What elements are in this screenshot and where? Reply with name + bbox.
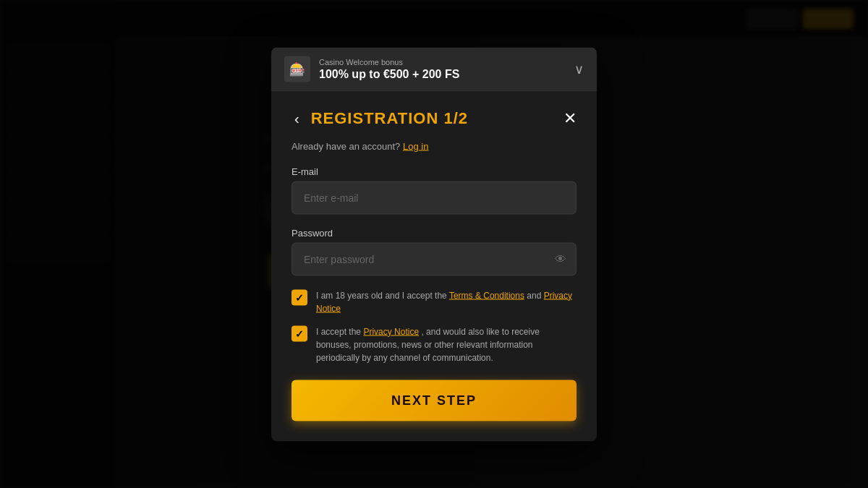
toggle-password-icon[interactable]: 👁 bbox=[555, 252, 566, 265]
terms-conditions-link[interactable]: Terms & Conditions bbox=[449, 290, 524, 300]
checkbox-terms-text: I am 18 years old and I accept the Terms… bbox=[316, 288, 576, 314]
terms-and: and bbox=[527, 290, 541, 300]
close-button[interactable]: ✕ bbox=[563, 110, 576, 126]
bonus-chevron-icon[interactable]: ∨ bbox=[574, 61, 584, 77]
account-text-row: Already have an account? Log in bbox=[292, 140, 576, 151]
terms-text-plain: I am 18 years old and I accept the bbox=[316, 290, 447, 300]
bonus-info: Casino Welcome bonus 100% up to €500 + 2… bbox=[319, 57, 459, 80]
title-text: REGISTRATION bbox=[311, 108, 444, 127]
checkbox-privacy-row: ✓ I accept the Privacy Notice , and woul… bbox=[292, 325, 576, 364]
email-label: E-mail bbox=[292, 166, 576, 176]
checkmark-icon-2: ✓ bbox=[295, 328, 304, 339]
title-sep: / bbox=[454, 108, 459, 127]
login-link[interactable]: Log in bbox=[403, 140, 428, 151]
password-input[interactable] bbox=[292, 242, 576, 275]
bonus-icon: 🎰 bbox=[284, 56, 310, 82]
title-total: 2 bbox=[459, 108, 468, 127]
checkbox-privacy-text: I accept the Privacy Notice , and would … bbox=[316, 325, 576, 364]
title-step: 1 bbox=[443, 108, 453, 127]
bonus-bar[interactable]: 🎰 Casino Welcome bonus 100% up to €500 +… bbox=[271, 47, 597, 91]
checkbox-terms-row: ✓ I am 18 years old and I accept the Ter… bbox=[292, 288, 576, 314]
bonus-large-text: 100% up to €500 + 200 FS bbox=[319, 67, 459, 80]
checkmark-icon: ✓ bbox=[295, 291, 304, 303]
privacy-text-plain: I accept the bbox=[316, 326, 361, 336]
back-button[interactable]: ‹ bbox=[292, 111, 302, 125]
bonus-bar-left: 🎰 Casino Welcome bonus 100% up to €500 +… bbox=[284, 56, 459, 82]
checkbox-terms[interactable]: ✓ bbox=[292, 289, 307, 305]
modal-body: ‹ REGISTRATION 1/2 ✕ Already have an acc… bbox=[271, 91, 597, 441]
modal-header: ‹ REGISTRATION 1/2 ✕ bbox=[292, 108, 576, 127]
bonus-small-text: Casino Welcome bonus bbox=[319, 57, 459, 66]
privacy-notice-link-2[interactable]: Privacy Notice bbox=[363, 326, 419, 336]
email-input-wrapper bbox=[292, 181, 576, 214]
slot-machine-icon: 🎰 bbox=[289, 61, 305, 77]
account-label: Already have an account? bbox=[292, 140, 400, 151]
password-label: Password bbox=[292, 227, 576, 238]
modal-header-left: ‹ REGISTRATION 1/2 bbox=[292, 108, 468, 127]
checkbox-privacy[interactable]: ✓ bbox=[292, 325, 307, 341]
registration-modal: 🎰 Casino Welcome bonus 100% up to €500 +… bbox=[271, 47, 597, 441]
next-step-button[interactable]: NEXT STEP bbox=[292, 380, 576, 421]
modal-title: REGISTRATION 1/2 bbox=[311, 108, 468, 127]
password-input-wrapper: 👁 bbox=[292, 242, 576, 275]
email-input[interactable] bbox=[292, 181, 576, 214]
